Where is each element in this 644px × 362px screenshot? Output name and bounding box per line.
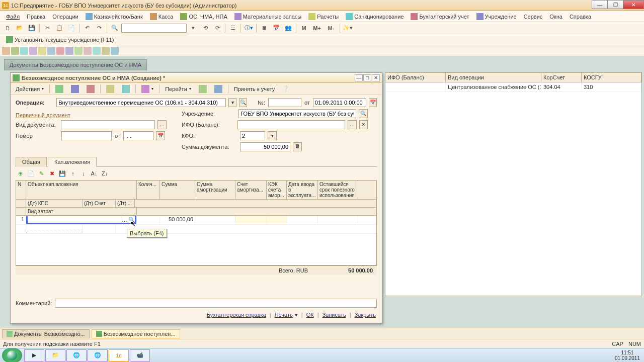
move-down-icon[interactable]: ↓ (79, 169, 88, 178)
capital-grid[interactable]: N Объект кап.вложения Колич... Сумма Сум… (16, 180, 377, 265)
goto-icon[interactable] (196, 83, 210, 95)
menu-treasury[interactable]: Казначейство/Банк (83, 12, 146, 21)
side-col-kosgu[interactable]: КОСГУ (582, 73, 641, 82)
side-list[interactable]: ИФО (Баланс) Вид операции КорСчет КОСГУ … (385, 72, 642, 296)
edit-row-icon[interactable]: ✎ (37, 169, 46, 178)
taskdoc-1[interactable]: Документы Безвозмездно... (2, 329, 90, 338)
operation-search-icon[interactable]: 🔍 (239, 98, 247, 107)
menu-calc[interactable]: Расчеты (305, 12, 342, 21)
mplus-button[interactable]: М+ (310, 23, 324, 33)
sort-asc-icon[interactable]: A↓ (90, 169, 99, 178)
tb3-icon[interactable] (102, 47, 110, 55)
copy-row-icon[interactable]: 📄 (26, 169, 35, 178)
cell-select-icon[interactable]: … (121, 217, 128, 223)
set-institution-button[interactable]: Установить текущее учреждение (F11) (4, 35, 116, 44)
new-icon[interactable]: 🗋 (2, 23, 13, 33)
col-remain[interactable]: Оставшийся срок полезного использования (318, 180, 358, 199)
save-doc-icon[interactable] (68, 83, 82, 95)
col-costtype[interactable]: Вид затрат (26, 208, 137, 215)
wand-icon[interactable]: ✨▾ (342, 23, 353, 33)
save-row-icon[interactable]: 💾 (58, 169, 67, 178)
col-kps[interactable]: (Дт) КПС (26, 200, 83, 207)
find-icon[interactable]: 🔍 (109, 23, 120, 33)
menu-operations[interactable]: Операции (49, 13, 81, 21)
side-row[interactable]: Централизованное снабжение ОС (1... 304.… (385, 82, 641, 92)
goto-button[interactable]: Перейти (162, 84, 194, 94)
save-icon[interactable]: 💾 (26, 23, 37, 33)
actions-button[interactable]: Действия (13, 84, 47, 94)
col-datein[interactable]: Дата ввода в эксплуата... (287, 180, 318, 199)
task-item[interactable]: 📹 (130, 349, 150, 361)
doc-minimize-button[interactable]: — (355, 74, 363, 81)
print-icon[interactable] (84, 83, 98, 95)
doc-close-button[interactable]: ✕ (372, 74, 380, 81)
doc-help-icon[interactable]: ❔ (279, 84, 292, 94)
system-clock[interactable]: 11:51 01.09.2011 (611, 350, 644, 361)
doc-maximize-button[interactable]: □ (363, 74, 371, 81)
object-cell-editing[interactable]: … 🔍 (26, 216, 137, 224)
undo-icon[interactable]: ↶ (82, 23, 93, 33)
col-sum[interactable]: Сумма (160, 180, 195, 199)
doctype-select-icon[interactable]: … (157, 120, 167, 129)
operation-select[interactable] (56, 98, 226, 107)
ifo-input[interactable] (237, 120, 345, 129)
task-item[interactable]: 🌐 (66, 349, 87, 361)
ok-button[interactable]: ОК (306, 312, 314, 318)
mminus-button[interactable]: М- (325, 23, 338, 33)
close-button[interactable]: ✕ (623, 0, 644, 9)
tb3-icon[interactable] (2, 47, 10, 55)
copy-icon[interactable]: 📋 (54, 23, 65, 33)
search-input[interactable] (121, 24, 187, 33)
cut-icon[interactable]: ✂ (42, 23, 53, 33)
menu-institution[interactable]: Учреждение (473, 12, 520, 21)
col-dtacct[interactable]: (Дт) Счет (83, 200, 116, 207)
report-icon[interactable] (138, 83, 156, 95)
col-object[interactable]: Объект кап.вложения (26, 180, 137, 199)
col-acct[interactable]: Счет амортиза... (235, 180, 267, 199)
ifo-select-icon[interactable]: … (348, 120, 356, 129)
menu-sanction[interactable]: Санкционирование (343, 12, 407, 21)
tab-general[interactable]: Общая (16, 157, 47, 167)
accept-button[interactable]: Принять к учету (231, 84, 278, 94)
side-col-ifo[interactable]: ИФО (Баланс) (385, 73, 446, 82)
operation-dropdown-icon[interactable]: ▾ (228, 98, 236, 107)
dkt-icon[interactable] (103, 83, 117, 95)
task-item[interactable]: 📁 (45, 349, 65, 361)
tab-capital[interactable]: Кап.вложения (48, 157, 97, 167)
menu-materials[interactable]: Материальные запасы (231, 12, 305, 21)
kfo-dropdown-icon[interactable]: ▾ (268, 131, 277, 140)
save-button[interactable]: Записать (323, 312, 346, 318)
menu-assets[interactable]: ОС, НМА, НПА (177, 12, 230, 21)
minimize-button[interactable]: — (592, 0, 608, 9)
task-item[interactable]: 🌐 (88, 349, 108, 361)
menu-accounting[interactable]: Бухгалтерский учет (408, 12, 472, 21)
redo-icon[interactable]: ↷ (94, 23, 105, 33)
print-link[interactable]: Печать (275, 312, 293, 318)
mdi-tab[interactable]: Документы Безвозмездное поступление ОС и… (4, 59, 147, 70)
institution-input[interactable] (238, 109, 356, 118)
tb3-icon[interactable] (47, 47, 55, 55)
tb3-icon[interactable] (56, 47, 64, 55)
task-item[interactable]: ▶ (24, 349, 44, 361)
col-qty[interactable]: Колич... (137, 180, 160, 199)
table-row[interactable] (16, 225, 376, 234)
refresh2-icon[interactable]: ⟳ (212, 23, 223, 33)
task-item-1c[interactable]: 1c (109, 349, 129, 361)
tb3-icon[interactable] (29, 47, 37, 55)
col-dt3[interactable]: (Дт) ... (116, 200, 135, 207)
calendar-icon[interactable]: 📅 (271, 23, 282, 33)
open-icon[interactable]: 📂 (14, 23, 25, 33)
tb3-icon[interactable] (84, 47, 92, 55)
post-icon[interactable] (52, 83, 66, 95)
docdate-picker-icon[interactable]: 📅 (156, 131, 165, 140)
tb3-icon[interactable] (93, 47, 101, 55)
tb3-icon[interactable] (65, 47, 73, 55)
start-button[interactable] (2, 348, 22, 363)
menu-file[interactable]: Файл (3, 13, 23, 21)
menu-windows[interactable]: Окна (546, 13, 566, 21)
side-col-kor[interactable]: КорСчет (541, 73, 582, 82)
docdate-input[interactable] (123, 131, 153, 140)
sort-desc-icon[interactable]: Z↓ (100, 169, 109, 178)
col-n[interactable]: N (16, 180, 26, 199)
side-col-op[interactable]: Вид операции (446, 73, 541, 82)
